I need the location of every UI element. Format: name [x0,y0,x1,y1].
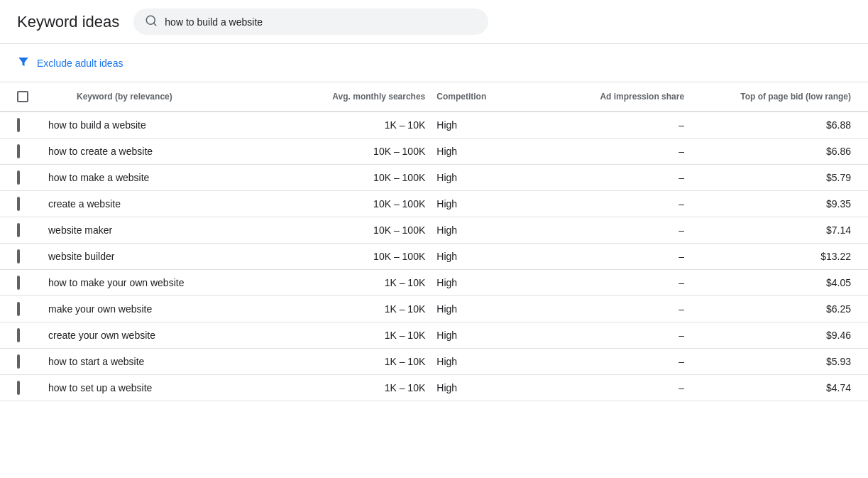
col-header-monthly: Avg. monthly searches [285,82,431,112]
row-checkbox-cell[interactable] [0,244,43,270]
row-monthly: 1K – 10K [285,322,431,349]
row-checkbox-cell[interactable] [0,165,43,191]
table-row: how to start a website 1K – 10K High – $… [0,349,868,375]
row-keyword: create a website [43,191,285,217]
row-keyword: create your own website [43,322,285,349]
row-competition: High [431,270,528,296]
row-top-bid: $5.79 [690,165,868,191]
row-competition: High [431,244,528,270]
row-keyword: how to make a website [43,165,285,191]
svg-line-1 [154,23,156,25]
row-top-bid: $4.74 [690,375,868,401]
row-keyword: how to make your own website [43,270,285,296]
row-checkbox-cell[interactable] [0,270,43,296]
row-top-bid: $6.86 [690,138,868,165]
row-ad-impression: – [528,375,690,401]
row-top-bid: $9.35 [690,191,868,217]
row-top-bid: $6.25 [690,296,868,322]
filter-icon [17,55,30,70]
row-checkbox-cell[interactable] [0,322,43,349]
row-checkbox-cell[interactable] [0,191,43,217]
row-ad-impression: – [528,270,690,296]
row-checkbox[interactable] [17,249,20,264]
page-header: Keyword ideas how to build a website [0,0,868,44]
row-checkbox[interactable] [17,302,20,316]
header-checkbox[interactable] [17,91,28,102]
row-keyword: website maker [43,217,285,244]
row-monthly: 1K – 10K [285,270,431,296]
row-checkbox[interactable] [17,223,20,237]
table-row: how to make your own website 1K – 10K Hi… [0,270,868,296]
row-monthly: 1K – 10K [285,375,431,401]
row-top-bid: $5.93 [690,349,868,375]
row-monthly: 10K – 100K [285,138,431,165]
row-checkbox-cell[interactable] [0,138,43,165]
row-monthly: 10K – 100K [285,244,431,270]
row-checkbox[interactable] [17,328,20,342]
table-row: create a website 10K – 100K High – $9.35 [0,191,868,217]
row-checkbox[interactable] [17,118,20,132]
row-keyword: how to start a website [43,349,285,375]
row-monthly: 1K – 10K [285,112,431,138]
row-checkbox-cell[interactable] [0,375,43,401]
row-ad-impression: – [528,217,690,244]
row-top-bid: $6.88 [690,112,868,138]
col-header-ad-impression: Ad impression share [528,82,690,112]
row-competition: High [431,191,528,217]
exclude-adult-link[interactable]: Exclude adult ideas [37,58,123,69]
row-ad-impression: – [528,244,690,270]
col-header-top-bid: Top of page bid (low range) [690,82,868,112]
row-ad-impression: – [528,165,690,191]
row-competition: High [431,375,528,401]
row-checkbox-cell[interactable] [0,217,43,244]
row-checkbox-cell[interactable] [0,296,43,322]
col-header-competition: Competition [431,82,528,112]
row-ad-impression: – [528,296,690,322]
table-header-row: Keyword (by relevance) Avg. monthly sear… [0,82,868,112]
table-row: create your own website 1K – 10K High – … [0,322,868,349]
table-row: how to set up a website 1K – 10K High – … [0,375,868,401]
row-ad-impression: – [528,349,690,375]
row-keyword: make your own website [43,296,285,322]
row-top-bid: $13.22 [690,244,868,270]
row-monthly: 10K – 100K [285,191,431,217]
row-competition: High [431,322,528,349]
table-row: website builder 10K – 100K High – $13.22 [0,244,868,270]
row-top-bid: $9.46 [690,322,868,349]
page-title: Keyword ideas [17,13,119,31]
row-monthly: 1K – 10K [285,349,431,375]
row-ad-impression: – [528,138,690,165]
row-top-bid: $4.05 [690,270,868,296]
header-checkbox-cell[interactable] [0,82,43,112]
row-competition: High [431,138,528,165]
table-row: website maker 10K – 100K High – $7.14 [0,217,868,244]
row-competition: High [431,349,528,375]
row-checkbox[interactable] [17,197,20,211]
row-checkbox[interactable] [17,144,20,158]
col-header-keyword: Keyword (by relevance) [43,82,285,112]
row-keyword: how to set up a website [43,375,285,401]
row-competition: High [431,217,528,244]
keyword-table: Keyword (by relevance) Avg. monthly sear… [0,82,868,401]
row-ad-impression: – [528,191,690,217]
row-checkbox[interactable] [17,354,20,369]
row-ad-impression: – [528,112,690,138]
row-checkbox[interactable] [17,276,20,290]
search-bar[interactable]: how to build a website [133,9,488,35]
table-row: how to build a website 1K – 10K High – $… [0,112,868,138]
table-row: how to make a website 10K – 100K High – … [0,165,868,191]
table-row: how to create a website 10K – 100K High … [0,138,868,165]
row-checkbox-cell[interactable] [0,112,43,138]
row-checkbox-cell[interactable] [0,349,43,375]
row-keyword: how to build a website [43,112,285,138]
row-keyword: website builder [43,244,285,270]
row-checkbox[interactable] [17,381,20,395]
row-keyword: how to create a website [43,138,285,165]
filter-row: Exclude adult ideas [0,44,868,82]
row-checkbox[interactable] [17,170,20,185]
row-competition: High [431,112,528,138]
row-monthly: 10K – 100K [285,165,431,191]
row-monthly: 1K – 10K [285,296,431,322]
row-monthly: 10K – 100K [285,217,431,244]
row-competition: High [431,165,528,191]
